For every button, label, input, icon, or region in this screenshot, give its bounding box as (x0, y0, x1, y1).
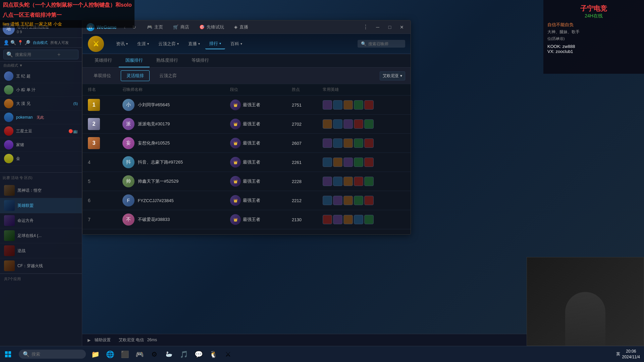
tab-live[interactable]: ◈ 直播 (229, 22, 253, 32)
minimize-btn[interactable]: ─ (373, 22, 382, 32)
hero-icon (343, 158, 353, 167)
vx-info: VX: zooclub1 (547, 49, 640, 54)
name-cell-2: 派 派派电竞#30179 (117, 115, 225, 134)
chevron-icon-2: ▾ (177, 42, 179, 46)
sidebar-item-heishentalk[interactable]: 黑神话：悟空 (0, 183, 82, 198)
chevron-down-icon: ▾ (400, 73, 402, 78)
tab-level-rank[interactable]: 等级排行 (185, 54, 216, 67)
taskbar-icon-lol[interactable]: ⚔ (221, 348, 235, 361)
nav-back[interactable]: ‹ (121, 23, 129, 31)
tab-home[interactable]: 🎮 主页 (142, 22, 168, 32)
hero-icon (354, 100, 363, 110)
search-input[interactable] (15, 52, 55, 57)
tab-live-label: 直播 (239, 24, 248, 30)
taskbar-icon-music[interactable]: 🎵 (177, 348, 191, 361)
taskbar-icon-1[interactable]: 🌐 (103, 348, 117, 361)
name-cell-5: 帅 帅鑫天下第一#52529 (117, 172, 225, 191)
taskbar-icon-wechat[interactable]: 💬 (192, 348, 205, 361)
webcam-video (527, 257, 644, 346)
lol-nav-career[interactable]: 生涯 ▾ (133, 39, 153, 49)
tab-solo[interactable]: 单双排位 (88, 70, 117, 81)
close-btn[interactable]: ✕ (397, 22, 407, 32)
add-icon[interactable]: + (57, 52, 60, 58)
lol-nav-wiki[interactable]: 百科 ▾ (226, 39, 246, 49)
goose-icon: 🦢 (166, 351, 172, 357)
tier-icon-2: 👑 (230, 119, 241, 129)
settings-btn[interactable]: ⋮ (361, 22, 370, 32)
taskbar-search-icon: 🔍 (23, 351, 30, 357)
lol-nav-live[interactable]: 直播 ▾ (184, 39, 204, 49)
wegame-title: WeGame (97, 24, 117, 30)
lol-nav-news[interactable]: 资讯 ▾ (112, 39, 132, 49)
heroes-cell-5 (317, 172, 411, 191)
badge-pokeman: 无此 (37, 115, 44, 120)
nav-refresh[interactable]: ↻ (130, 23, 138, 31)
chat-item-jin[interactable]: 金 (0, 152, 82, 166)
tier-cell-4: 👑 最强王者 (225, 153, 286, 172)
lol-search-input[interactable] (368, 42, 402, 46)
maximize-btn[interactable]: □ (385, 22, 394, 32)
chat-item-sanxing[interactable]: 三星土豆 🔴📺 (0, 124, 82, 138)
col-heroes: 常用英雄 (317, 84, 411, 96)
chat-name-sanxing: 三星土豆 (16, 128, 32, 134)
tab-trial[interactable]: 🎯 先锋试玩 (195, 22, 229, 32)
chat-item-damo[interactable]: 大 漠 兄 (5) (0, 97, 82, 111)
lol-nav-tft[interactable]: 云顶之弈 ▾ (154, 39, 183, 49)
hero-icon (323, 215, 332, 224)
tab-trial-icon: 🎯 (199, 24, 205, 29)
taskbar-icon-0[interactable]: 📁 (89, 348, 102, 361)
taskbar-icons-group: 📁 🌐 ⬛ 🎮 ⚙ 🦢 🎵 💬 🐧 (89, 348, 235, 361)
player-name-6: FYZCCJJ7#23845 (138, 198, 174, 203)
rank-cell-2: 2 (83, 115, 117, 134)
overlay-title-line1: 四点双头蛇（一个人控制鼠标一个人控制键盘）和solo (0, 0, 135, 10)
tab-server-rank[interactable]: 国服排行 (119, 54, 150, 67)
kook-code: KOOK: zw888 (547, 44, 640, 49)
tier-cell-7: 👑 最强王者 (225, 210, 286, 229)
tab-tft[interactable]: 云顶之弈 (154, 70, 182, 81)
chat-item-wangjichao[interactable]: 王 纪 超 (0, 69, 82, 83)
avatar-damo (4, 99, 13, 108)
rank-num-6: 6 (88, 198, 91, 203)
wins-cell-3: 2607 (286, 134, 317, 153)
sidebar-item-lol[interactable]: 英雄联盟 (0, 198, 82, 213)
sidebar-item-mingzun[interactable]: 命运方舟 (0, 213, 82, 228)
tab-flex[interactable]: 灵活组排 (121, 70, 150, 81)
rank-num-7: 7 (88, 217, 91, 222)
taskbar-search-input[interactable] (32, 352, 78, 357)
chat-item-pokeman[interactable]: pokeman 无此 (0, 111, 82, 124)
overlay-title-line2: 八点一区王者组排冲第一 (0, 10, 135, 20)
rank-table: 排名 召唤师名称 段位 胜点 常用英雄 1 (83, 84, 411, 229)
taskbar-icon-settings[interactable]: ⚙ (148, 348, 161, 361)
game-label-heishen: 黑神话：悟空 (17, 188, 42, 193)
avatar-3: 妄 (122, 137, 135, 149)
lol-search[interactable]: 🔍 (358, 40, 405, 48)
avatar-jiazhu (4, 140, 13, 149)
sidebar-item-cf[interactable]: CF：穿越火线 (0, 258, 82, 274)
taskbar-icon-2[interactable]: ⬛ (118, 348, 131, 361)
game-icon-lol (4, 200, 15, 211)
steam-icon: 🎮 (136, 350, 144, 358)
region-dropdown[interactable]: 艾欧尼亚 ▾ (380, 71, 405, 80)
chat-item-xiaozong[interactable]: 小 粽 单 汁 (0, 83, 82, 97)
chat-name-jin: 金 (16, 156, 20, 162)
start-button[interactable] (0, 346, 16, 362)
wins-cell-1: 2751 (286, 96, 317, 115)
taskbar-search-box[interactable]: 🔍 (19, 350, 86, 359)
qq-icon: 🐧 (209, 350, 218, 358)
lol-nav-ranking[interactable]: 排行 ▾ (205, 39, 225, 49)
rank-badge-1: 1 (88, 99, 100, 111)
taskbar-icon-3[interactable]: 🎮 (133, 348, 146, 361)
hero-icon (343, 196, 353, 205)
player-name-3: 妄想化身#10525 (138, 140, 170, 146)
mode-selector[interactable]: 自由模式 (33, 40, 48, 45)
tab-hero-rank[interactable]: 英雄排行 (88, 54, 119, 67)
tab-shop[interactable]: 🛒 商店 (168, 22, 194, 32)
taskbar-icon-goose[interactable]: 🦢 (162, 348, 176, 361)
sidebar-item-nizhan[interactable]: 逆战 (0, 243, 82, 258)
taskbar-icon-qq[interactable]: 🐧 (207, 348, 220, 361)
wegame-content-area: ⚔ 资讯 ▾ 生涯 ▾ 云顶之弈 ▾ (83, 34, 411, 234)
tab-mastery-rank[interactable]: 熟练度排行 (150, 54, 185, 67)
table-row: 7 不 不破爱花#38833 (83, 210, 411, 229)
chat-item-jiazhu[interactable]: 家猪 (0, 138, 82, 152)
sidebar-item-soccer[interactable]: 足球在线4 (... (0, 228, 82, 243)
